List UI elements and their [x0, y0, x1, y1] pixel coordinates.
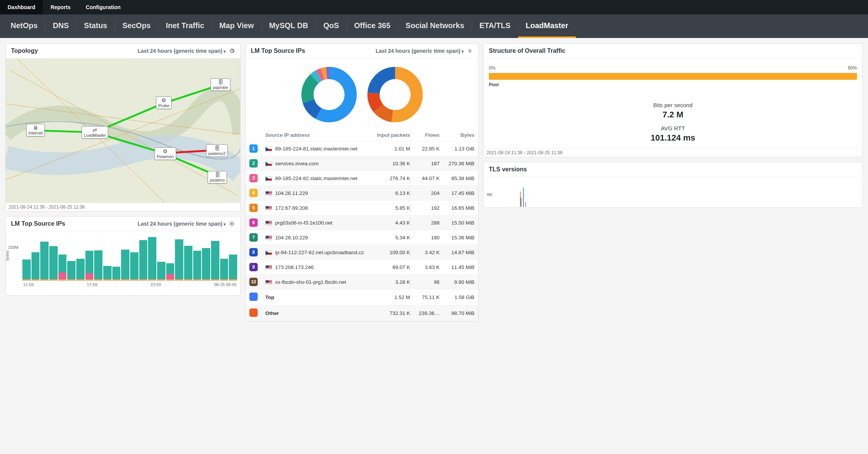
cell-packets: 3.28 K — [372, 275, 414, 289]
table-row[interactable]: 189-185-224-81.static.masterinter.net1.0… — [246, 141, 478, 156]
topology-node-psdemo2[interactable]: 🗄psdemo2 — [206, 144, 228, 157]
bar[interactable] — [94, 250, 102, 280]
bar[interactable] — [130, 252, 139, 280]
topology-node-psprobe[interactable]: 🗄psprobe — [211, 78, 230, 91]
rank-badge: 4 — [249, 189, 258, 197]
tls-chart[interactable]: 4M — [484, 177, 862, 207]
topology-node-probe[interactable]: ⚙Probe — [156, 96, 172, 109]
topology-node-psdemo[interactable]: 🗄psdemo — [208, 171, 227, 183]
bar[interactable] — [40, 242, 49, 280]
sub-nav-qos[interactable]: QoS — [316, 14, 347, 36]
bar[interactable] — [166, 263, 175, 280]
col-flows[interactable]: Flows — [414, 129, 444, 141]
topology-node-flowmon[interactable]: ⚙Flowmon — [154, 147, 176, 160]
donut-chart-b[interactable] — [367, 66, 424, 123]
bar[interactable] — [67, 261, 76, 280]
panel-title: Structure of Overall Traffic — [489, 47, 566, 54]
cell-flows: 3.42 K — [414, 245, 444, 260]
bar[interactable] — [139, 240, 148, 280]
bar[interactable] — [202, 248, 210, 280]
table-row[interactable]: 7104.26.10.2295.34 K18015.36 MiB — [246, 230, 478, 245]
stat-label: AVG RTT — [489, 125, 857, 131]
chart-xticks: 11:5917:5923:5908-25 05:59 — [22, 281, 237, 287]
bar[interactable] — [157, 262, 165, 280]
top-nav-dashboard[interactable]: Dashboard — [0, 0, 43, 14]
sub-nav-secops[interactable]: SecOps — [115, 14, 158, 36]
bar[interactable] — [148, 237, 156, 280]
quality-bar-fill — [489, 73, 857, 80]
cell-bytes: 15.50 MiB — [443, 215, 478, 230]
sub-nav-status[interactable]: Status — [76, 14, 115, 36]
gear-icon[interactable] — [229, 48, 235, 54]
top-nav-reports[interactable]: Reports — [43, 0, 78, 14]
table-row[interactable]: 2services.invea.com10.36 K187270.36 MiB — [246, 156, 478, 171]
top-nav-configuration[interactable]: Configuration — [78, 0, 128, 14]
cell-packets: 4.43 K — [372, 215, 414, 230]
table-row[interactable]: 6prg03s06-in-f3.1e100.net4.43 K28815.50 … — [246, 215, 478, 230]
table-row[interactable]: 8ip-94-112-227-62.net.upcbroadband.cz109… — [246, 245, 478, 260]
sub-nav-map-view[interactable]: Map View — [212, 14, 262, 36]
donut-chart-a[interactable] — [301, 66, 358, 123]
svg-point-9 — [469, 50, 471, 52]
bar[interactable] — [76, 259, 85, 280]
cell-flows: 96 — [414, 275, 444, 289]
bar[interactable] — [49, 246, 58, 280]
bar[interactable] — [121, 250, 129, 280]
cell-packets: 5.85 K — [372, 201, 414, 215]
total-badge — [249, 308, 258, 317]
bar[interactable] — [32, 252, 40, 280]
col-source-ip[interactable]: Source IP address — [262, 129, 372, 141]
time-span-selector[interactable]: Last 24 hours (generic time span) — [138, 48, 226, 54]
bar[interactable] — [193, 251, 202, 280]
table-row[interactable]: 389-185-224-82.static.masterinter.net276… — [246, 171, 478, 186]
sub-nav-mysql-db[interactable]: MySQL DB — [262, 14, 316, 36]
sub-nav-netops[interactable]: NetOps — [3, 14, 45, 36]
sub-nav-social-networks[interactable]: Social Networks — [398, 14, 472, 36]
scale-min: 0% — [489, 65, 495, 71]
topology-timerange: 2021-08-24 11:36 - 2021-08-25 11:36 — [6, 203, 240, 211]
table-row[interactable]: 4104.26.11.2296.13 K20417.45 MiB — [246, 186, 478, 201]
bar[interactable] — [175, 239, 183, 280]
table-total-row[interactable]: Top1.52 M75.11 K1.58 GiB — [246, 289, 478, 305]
gear-icon[interactable] — [467, 48, 473, 54]
table-total-row[interactable]: Other732.31 K239.36…98.70 MiB — [246, 305, 478, 321]
bar[interactable] — [112, 267, 121, 280]
traffic-stats: Bits per second 7.2 M AVG RTT 101.124 ms — [484, 89, 862, 148]
bar[interactable] — [220, 259, 228, 280]
panel-title: Topology — [11, 47, 38, 54]
topology-node-internet[interactable]: 🖥Internet — [26, 124, 45, 136]
bar[interactable] — [85, 251, 94, 280]
topology-map[interactable]: 🖥Internet ⇄LoadMaster ⚙Probe ⚙Flowmon 🗄p… — [6, 59, 240, 203]
flag-icon — [265, 250, 272, 255]
flag-icon — [265, 236, 272, 240]
rank-badge: 8 — [249, 248, 258, 256]
sub-nav-inet-traffic[interactable]: Inet Traffic — [158, 14, 212, 36]
table-row[interactable]: 5172.67.69.2085.85 K19216.65 MiB — [246, 201, 478, 215]
panel-title: LM Top Source IPs — [11, 220, 65, 227]
topology-node-loadmaster[interactable]: ⇄LoadMaster — [82, 126, 108, 139]
bar[interactable] — [103, 266, 112, 280]
cell-packets: 10.36 K — [372, 156, 414, 171]
time-span-selector[interactable]: Last 24 hours (generic time span) — [138, 221, 226, 227]
gear-icon[interactable] — [229, 221, 235, 227]
bar[interactable] — [229, 255, 237, 280]
cell-bytes: 15.36 MiB — [443, 230, 478, 245]
col-packets[interactable]: Input packets — [372, 129, 414, 141]
sub-nav-eta-tls[interactable]: ETA/TLS — [472, 14, 518, 36]
time-span-selector[interactable]: Last 24 hours (generic time span) — [376, 48, 464, 54]
sip-bar-chart[interactable]: bytes 100M 11:5917:5923:5908-25 05:59 — [6, 231, 240, 295]
flag-icon — [265, 147, 272, 151]
cell-bytes: 1.58 GiB — [443, 289, 478, 305]
col-bytes[interactable]: Bytes — [443, 129, 478, 141]
table-row[interactable]: 9173.208.173.24689.07 K3.63 K11.45 MiB — [246, 260, 478, 275]
flag-icon — [265, 265, 272, 270]
bar[interactable] — [58, 255, 67, 280]
sub-nav-office-365[interactable]: Office 365 — [347, 14, 398, 36]
bar[interactable] — [22, 259, 31, 280]
sub-nav-loadmaster[interactable]: LoadMaster — [518, 14, 576, 36]
cell-packets: 732.31 K — [372, 305, 414, 321]
sub-nav-dns[interactable]: DNS — [45, 14, 76, 36]
bar[interactable] — [211, 241, 219, 280]
table-row[interactable]: 10xx-fbcdn-shv-01-prg1.fbcdn.net3.28 K96… — [246, 275, 478, 289]
bar[interactable] — [184, 246, 192, 280]
